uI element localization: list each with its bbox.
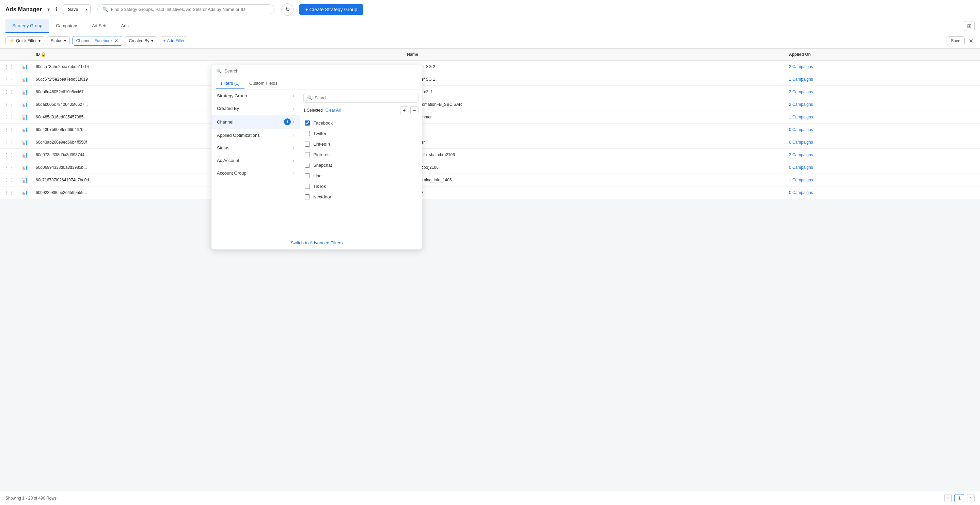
filter-item-status[interactable]: Status ›	[212, 141, 300, 154]
row-chart-icon[interactable]: 📊	[18, 161, 32, 174]
row-applied-on[interactable]: 0 Campaigns	[785, 124, 980, 136]
checkbox-snapchat[interactable]	[305, 163, 310, 168]
row-applied-on[interactable]: 2 Campaigns	[785, 60, 980, 73]
row-chart-icon[interactable]: 📊	[18, 149, 32, 161]
option-label-pinterest: Pinterest	[313, 152, 331, 157]
filter-item-applied-optimizations[interactable]: Applied Optimizations ›	[212, 129, 300, 141]
filter-item-account-group[interactable]: Account Group ›	[212, 167, 300, 179]
status-caret: ▾	[64, 38, 66, 43]
drag-handle[interactable]: ⋮⋮	[0, 186, 18, 199]
col-drag	[0, 49, 18, 60]
drag-handle[interactable]: ⋮⋮	[0, 98, 18, 111]
checkbox-tiktok[interactable]	[305, 184, 310, 189]
checkbox-line[interactable]	[305, 173, 310, 178]
row-chart-icon[interactable]: 📊	[18, 98, 32, 111]
row-chart-icon[interactable]: 📊	[18, 111, 32, 124]
tab-strategy-group[interactable]: Strategy Group	[5, 19, 49, 33]
row-applied-on[interactable]: 0 Campaigns	[785, 161, 980, 174]
option-linkedin[interactable]: LinkedIn	[304, 139, 418, 149]
drag-handle[interactable]: ⋮⋮	[0, 111, 18, 124]
global-search-input[interactable]	[111, 7, 269, 12]
save-caret-button[interactable]: ▾	[83, 5, 90, 13]
row-chart-icon[interactable]: 📊	[18, 73, 32, 86]
option-nextdoor[interactable]: Nextdoor	[304, 192, 418, 199]
add-filter-button[interactable]: + Add Filter	[160, 37, 188, 45]
row-chart-icon[interactable]: 📊	[18, 60, 32, 73]
row-applied-on[interactable]: 2 Campaigns	[785, 98, 980, 111]
dropdown-search-input[interactable]	[224, 68, 417, 73]
row-chart-icon[interactable]: 📊	[18, 124, 32, 136]
option-pinterest[interactable]: Pinterest	[304, 149, 418, 160]
option-facebook[interactable]: Facebook	[304, 118, 418, 128]
created-by-filter-button[interactable]: Created By ▾	[125, 37, 157, 45]
checkbox-twitter[interactable]	[305, 131, 310, 136]
refresh-button[interactable]: ↻	[281, 3, 294, 16]
channel-badge: 1	[284, 118, 291, 125]
row-name: Paid Brief SG 2	[403, 60, 785, 73]
quick-filter-label: Quick Filter	[16, 38, 37, 43]
row-applied-on[interactable]: 2 Campaigns	[785, 149, 980, 161]
drag-handle[interactable]: ⋮⋮	[0, 136, 18, 149]
drag-handle[interactable]: ⋮⋮	[0, 73, 18, 86]
row-applied-on[interactable]: 3 Campaigns	[785, 86, 980, 98]
filter-item-ad-account[interactable]: Ad Account ›	[212, 154, 300, 167]
create-strategy-group-button[interactable]: + Create Strategy Group	[299, 4, 363, 15]
tab-ads[interactable]: Ads	[114, 19, 135, 33]
option-twitter[interactable]: Twitter	[304, 128, 418, 139]
row-applied-on[interactable]: 1 Campaigns	[785, 73, 980, 86]
row-chart-icon[interactable]: 📊	[18, 186, 32, 199]
col-name[interactable]: Name	[403, 49, 785, 60]
col-applied-on[interactable]: Applied On	[785, 49, 980, 60]
row-chart-icon[interactable]: 📊	[18, 174, 32, 186]
filter-close-button[interactable]: ✕	[967, 37, 975, 45]
filter-item-channel[interactable]: Channel 1 ›	[212, 115, 300, 129]
channel-value: Facebook	[95, 38, 113, 43]
option-snapchat[interactable]: Snapchat	[304, 160, 418, 170]
tab-campaigns[interactable]: Campaigns	[49, 19, 85, 33]
option-line[interactable]: Line	[304, 170, 418, 181]
drag-handle[interactable]: ⋮⋮	[0, 124, 18, 136]
plus-button[interactable]: +	[400, 106, 408, 114]
drag-handle[interactable]: ⋮⋮	[0, 60, 18, 73]
option-tiktok[interactable]: TikTok	[304, 181, 418, 192]
row-chart-icon[interactable]: 📊	[18, 136, 32, 149]
options-search-input[interactable]	[315, 95, 415, 100]
filter-item-label: Created By	[217, 106, 239, 111]
status-filter-button[interactable]: Status ▾	[47, 37, 70, 45]
row-applied-on[interactable]: 0 Campaigns	[785, 136, 980, 149]
drag-handle[interactable]: ⋮⋮	[0, 149, 18, 161]
drag-handle[interactable]: ⋮⋮	[0, 161, 18, 174]
columns-button[interactable]: ⊞	[964, 21, 975, 31]
tab-ad-sets[interactable]: Ad Sets	[85, 19, 115, 33]
filter-item-strategy-group[interactable]: Strategy Group ›	[212, 89, 300, 102]
filter-item-created-by[interactable]: Created By ›	[212, 102, 300, 115]
channel-filter-remove[interactable]: ✕	[115, 38, 118, 44]
checkbox-pinterest[interactable]	[305, 152, 310, 157]
row-name: Paid Brief SG 1	[403, 73, 785, 86]
minus-button[interactable]: −	[410, 106, 418, 114]
drag-handle[interactable]: ⋮⋮	[0, 86, 18, 98]
dropdown-icon[interactable]: ▾	[46, 5, 51, 14]
dropdown-tab-custom-fields[interactable]: Custom Fields	[245, 77, 282, 89]
options-search-icon: 🔍	[307, 95, 313, 100]
row-chart-icon[interactable]: 📊	[18, 86, 32, 98]
filter-save-button[interactable]: Save	[947, 37, 965, 45]
col-id[interactable]: ID 🔒	[32, 49, 403, 60]
header: Ads Manager ▾ ℹ Save ▾ 🔍 ↻ + Create Stra…	[0, 0, 980, 19]
dropdown-tab-filters[interactable]: Filters (1)	[216, 77, 245, 89]
info-icon[interactable]: ℹ	[54, 5, 59, 14]
checkbox-facebook[interactable]	[305, 121, 310, 125]
chevron-right-icon: ›	[293, 106, 294, 111]
checkbox-nextdoor[interactable]	[305, 194, 310, 199]
row-applied-on[interactable]: 1 Campaigns	[785, 111, 980, 124]
clear-all-button[interactable]: Clear All	[326, 108, 341, 113]
global-search-bar: 🔍	[97, 5, 274, 14]
save-button[interactable]: Save	[63, 5, 83, 14]
row-applied-on[interactable]: 1 Campaigns	[785, 174, 980, 186]
quick-filter-button[interactable]: ⚡ Quick Filter ▾	[5, 37, 44, 45]
checkbox-linkedin[interactable]	[305, 141, 310, 147]
chevron-right-icon: ›	[293, 146, 294, 151]
dropdown-body: Strategy Group › Created By › Channel 1 …	[212, 89, 422, 199]
row-applied-on[interactable]: 0 Campaigns	[785, 186, 980, 199]
drag-handle[interactable]: ⋮⋮	[0, 174, 18, 186]
